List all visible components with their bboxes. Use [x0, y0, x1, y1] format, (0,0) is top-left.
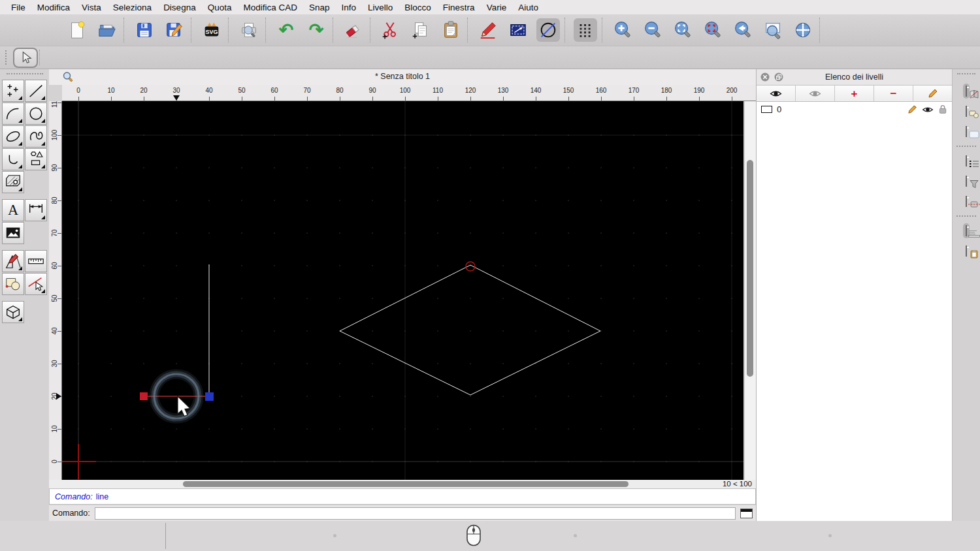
eye-icon — [770, 89, 782, 98]
library-browser-toggle[interactable] — [963, 124, 970, 139]
export-svg-button[interactable]: SVG — [200, 18, 223, 42]
entity-list-toggle[interactable] — [963, 153, 970, 168]
circle-tool-button[interactable] — [25, 102, 47, 125]
print-preview-button[interactable] — [237, 18, 261, 42]
menu-snap[interactable]: Snap — [303, 3, 336, 12]
menu-info[interactable]: Info — [336, 3, 363, 12]
hatch-tool-button[interactable] — [2, 171, 24, 193]
undo-button[interactable]: ↶ — [274, 18, 298, 42]
dock-handle[interactable] — [957, 73, 975, 76]
delete-entities-button[interactable] — [342, 18, 365, 42]
menu-vista[interactable]: Vista — [76, 3, 107, 12]
vertical-scrollbar[interactable] — [744, 101, 756, 480]
block-list-toggle[interactable] — [963, 104, 970, 119]
draft-mode-button[interactable] — [536, 18, 560, 42]
spline-tool-button[interactable] — [25, 125, 47, 148]
save-document-button[interactable] — [133, 18, 156, 42]
command-input-row: Comando: — [49, 505, 756, 521]
arc-tool-button[interactable] — [2, 102, 24, 125]
redraw-button[interactable] — [701, 18, 725, 42]
h-ruler-label: 200 — [727, 87, 738, 94]
drawing-canvas[interactable] — [62, 101, 743, 480]
paste-button[interactable] — [439, 18, 463, 42]
new-document-button[interactable] — [65, 18, 89, 42]
toolbar-handle[interactable] — [5, 50, 10, 65]
zoom-in-button[interactable] — [611, 18, 634, 42]
horizontal-scrollbar[interactable]: 10 < 100 — [49, 480, 756, 488]
zoom-previous-button[interactable] — [731, 18, 755, 42]
layer-row[interactable]: 0 — [757, 102, 952, 117]
open-document-button[interactable] — [95, 18, 119, 42]
points-tool-button[interactable] — [2, 80, 24, 102]
layer-visibility-icon[interactable] — [922, 106, 934, 114]
zoom-out-button[interactable] — [641, 18, 664, 42]
menu-modifica-cad[interactable]: Modifica CAD — [237, 3, 303, 12]
menu-seleziona[interactable]: Seleziona — [107, 3, 157, 12]
palette-handle[interactable] — [7, 73, 43, 76]
zoom-window-button[interactable] — [761, 18, 785, 42]
menu-disegna[interactable]: Disegna — [157, 3, 202, 12]
command-options-toggle[interactable] — [963, 194, 970, 209]
polyline-tool-button[interactable] — [2, 148, 24, 170]
clipboard-notes-toggle[interactable] — [963, 244, 970, 259]
h-ruler-tick — [405, 97, 406, 101]
horizontal-scrollbar-thumb[interactable] — [183, 481, 629, 487]
vertical-scrollbar-thumb[interactable] — [747, 160, 753, 377]
explode-tool-button[interactable] — [25, 273, 47, 295]
selection-window-button[interactable] — [506, 18, 530, 42]
copy-button[interactable] — [409, 18, 433, 42]
edit-with-attributes-button[interactable] — [476, 18, 500, 42]
panel-float-button[interactable] — [774, 72, 783, 84]
text-tool-button[interactable]: A — [2, 199, 24, 221]
image-tool-button[interactable] — [2, 222, 24, 244]
auto-zoom-button[interactable] — [671, 18, 694, 42]
hide-all-layers-button[interactable] — [796, 86, 835, 101]
command-line-toggle[interactable] — [963, 223, 970, 238]
menu-file[interactable]: File — [5, 3, 31, 12]
layer-list-toggle[interactable] — [963, 84, 970, 99]
line-tool-button[interactable] — [25, 80, 47, 102]
grid-toggle-button[interactable] — [574, 18, 597, 42]
canvas-svg[interactable] — [62, 101, 743, 480]
save-document-as-button[interactable] — [163, 18, 186, 42]
measure-tool-button[interactable] — [25, 250, 47, 272]
layer-lock-icon[interactable] — [938, 104, 947, 114]
cut-button[interactable] — [379, 18, 402, 42]
drawing-tools-palette: A — [0, 70, 49, 488]
entity-diamond[interactable] — [340, 265, 600, 395]
status-separator-dot — [574, 534, 577, 537]
menu-modifica[interactable]: Modifica — [31, 3, 76, 12]
add-layer-button[interactable]: + — [835, 86, 874, 101]
show-all-layers-button[interactable] — [757, 86, 796, 101]
menu-aiuto[interactable]: Aiuto — [512, 3, 544, 12]
toolbar-separator — [467, 18, 472, 42]
menu-livello[interactable]: Livello — [362, 3, 399, 12]
zoom-pan-button[interactable] — [791, 18, 815, 42]
h-ruler-tick — [242, 97, 242, 101]
remove-layer-button[interactable]: − — [874, 86, 913, 101]
dimension-tool-button[interactable] — [25, 199, 47, 221]
endpoint-handle-end[interactable] — [205, 392, 214, 401]
redo-button[interactable]: ↷ — [304, 18, 328, 42]
selection-filter-toggle[interactable] — [963, 174, 970, 189]
command-detach-button[interactable] — [740, 509, 753, 518]
h-ruler-label: 120 — [465, 87, 476, 94]
minus-icon: − — [890, 88, 897, 99]
layer-edit-pencil-icon[interactable] — [907, 104, 917, 114]
ellipse-tool-button[interactable] — [2, 125, 24, 148]
layer-name: 0 — [777, 104, 781, 114]
menu-finestra[interactable]: Finestra — [437, 3, 481, 12]
layer-color-swatch[interactable] — [761, 106, 772, 113]
menu-quota[interactable]: Quota — [202, 3, 238, 12]
menu-blocco[interactable]: Blocco — [399, 3, 437, 12]
command-input[interactable] — [95, 507, 736, 520]
solid-3d-tool-button[interactable] — [2, 301, 24, 323]
panel-close-button[interactable] — [760, 72, 770, 84]
modify-tool-button[interactable] — [2, 250, 24, 272]
select-tool-button[interactable] — [13, 48, 38, 68]
polygon-shapes-tool-button[interactable] — [25, 148, 47, 170]
edit-layer-button[interactable] — [913, 86, 952, 101]
order-tool-button[interactable] — [2, 273, 24, 295]
endpoint-handle-start[interactable] — [140, 392, 148, 400]
menu-varie[interactable]: Varie — [481, 3, 513, 12]
